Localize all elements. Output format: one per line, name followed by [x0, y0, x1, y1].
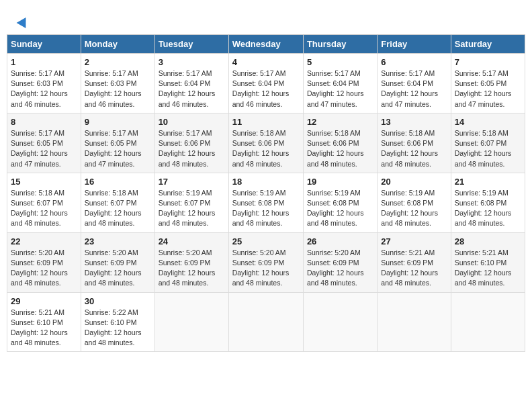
day-info: Sunrise: 5:19 AMSunset: 6:08 PMDaylight:… — [381, 188, 447, 229]
calendar-cell: 5Sunrise: 5:17 AMSunset: 6:04 PMDaylight… — [303, 54, 377, 113]
day-info: Sunrise: 5:22 AMSunset: 6:10 PMDaylight:… — [85, 308, 151, 349]
logo-triangle-icon — [17, 15, 31, 28]
day-info: Sunrise: 5:18 AMSunset: 6:07 PMDaylight:… — [85, 188, 151, 229]
day-info: Sunrise: 5:19 AMSunset: 6:07 PMDaylight:… — [159, 188, 225, 229]
day-info: Sunrise: 5:20 AMSunset: 6:09 PMDaylight:… — [159, 248, 225, 289]
page-header — [7, 7, 525, 31]
day-info: Sunrise: 5:19 AMSunset: 6:08 PMDaylight:… — [455, 188, 521, 229]
calendar-cell: 21Sunrise: 5:19 AMSunset: 6:08 PMDayligh… — [451, 173, 525, 232]
day-header-sunday: Sunday — [7, 35, 81, 54]
calendar-cell: 12Sunrise: 5:18 AMSunset: 6:06 PMDayligh… — [303, 113, 377, 173]
day-number: 8 — [11, 117, 77, 127]
day-number: 15 — [11, 177, 77, 187]
day-header-wednesday: Wednesday — [228, 35, 303, 54]
day-number: 13 — [381, 117, 447, 127]
day-info: Sunrise: 5:17 AMSunset: 6:05 PMDaylight:… — [85, 128, 151, 169]
day-info: Sunrise: 5:20 AMSunset: 6:09 PMDaylight:… — [232, 248, 300, 289]
calendar-cell — [451, 292, 525, 352]
day-info: Sunrise: 5:18 AMSunset: 6:06 PMDaylight:… — [232, 128, 300, 169]
day-number: 19 — [307, 177, 373, 187]
day-info: Sunrise: 5:18 AMSunset: 6:07 PMDaylight:… — [11, 188, 77, 229]
calendar-cell: 3Sunrise: 5:17 AMSunset: 6:04 PMDaylight… — [154, 54, 228, 113]
day-info: Sunrise: 5:18 AMSunset: 6:06 PMDaylight:… — [381, 128, 447, 169]
day-number: 28 — [455, 236, 521, 246]
calendar-cell: 20Sunrise: 5:19 AMSunset: 6:08 PMDayligh… — [378, 173, 451, 232]
day-number: 23 — [85, 236, 151, 246]
day-info: Sunrise: 5:20 AMSunset: 6:09 PMDaylight:… — [307, 248, 373, 289]
calendar-cell: 14Sunrise: 5:18 AMSunset: 6:07 PMDayligh… — [451, 113, 525, 173]
week-row-4: 22Sunrise: 5:20 AMSunset: 6:09 PMDayligh… — [7, 232, 525, 292]
day-number: 27 — [381, 236, 447, 246]
calendar-cell: 13Sunrise: 5:18 AMSunset: 6:06 PMDayligh… — [378, 113, 451, 173]
day-info: Sunrise: 5:19 AMSunset: 6:08 PMDaylight:… — [307, 188, 373, 229]
calendar-cell — [154, 292, 228, 352]
day-number: 10 — [159, 117, 225, 127]
calendar-cell: 24Sunrise: 5:20 AMSunset: 6:09 PMDayligh… — [154, 232, 228, 292]
calendar-cell: 16Sunrise: 5:18 AMSunset: 6:07 PMDayligh… — [81, 173, 154, 232]
day-number: 22 — [11, 236, 77, 246]
day-info: Sunrise: 5:17 AMSunset: 6:05 PMDaylight:… — [11, 128, 77, 169]
day-number: 14 — [455, 117, 521, 127]
calendar-cell: 19Sunrise: 5:19 AMSunset: 6:08 PMDayligh… — [303, 173, 377, 232]
calendar-cell: 6Sunrise: 5:17 AMSunset: 6:04 PMDaylight… — [378, 54, 451, 113]
day-number: 3 — [159, 57, 225, 67]
day-number: 7 — [455, 57, 521, 67]
day-number: 16 — [85, 177, 151, 187]
day-info: Sunrise: 5:17 AMSunset: 6:03 PMDaylight:… — [11, 68, 77, 109]
day-number: 12 — [307, 117, 373, 127]
calendar-cell — [303, 292, 377, 352]
day-info: Sunrise: 5:17 AMSunset: 6:05 PMDaylight:… — [455, 68, 521, 109]
day-number: 9 — [85, 117, 151, 127]
calendar-cell: 7Sunrise: 5:17 AMSunset: 6:05 PMDaylight… — [451, 54, 525, 113]
week-row-5: 29Sunrise: 5:21 AMSunset: 6:10 PMDayligh… — [7, 292, 525, 352]
day-header-monday: Monday — [81, 35, 154, 54]
week-row-1: 1Sunrise: 5:17 AMSunset: 6:03 PMDaylight… — [7, 54, 525, 113]
day-info: Sunrise: 5:21 AMSunset: 6:09 PMDaylight:… — [381, 248, 447, 289]
calendar-cell: 4Sunrise: 5:17 AMSunset: 6:04 PMDaylight… — [228, 54, 303, 113]
day-number: 21 — [455, 177, 521, 187]
day-number: 18 — [232, 177, 300, 187]
calendar-cell: 29Sunrise: 5:21 AMSunset: 6:10 PMDayligh… — [7, 292, 81, 352]
calendar-cell: 1Sunrise: 5:17 AMSunset: 6:03 PMDaylight… — [7, 54, 81, 113]
calendar-cell: 30Sunrise: 5:22 AMSunset: 6:10 PMDayligh… — [81, 292, 154, 352]
day-number: 2 — [85, 57, 151, 67]
logo-line1 — [17, 13, 29, 28]
calendar-cell: 25Sunrise: 5:20 AMSunset: 6:09 PMDayligh… — [228, 232, 303, 292]
day-header-tuesday: Tuesday — [154, 35, 228, 54]
logo — [17, 13, 29, 28]
calendar-cell — [378, 292, 451, 352]
day-info: Sunrise: 5:17 AMSunset: 6:04 PMDaylight:… — [307, 68, 373, 109]
day-number: 6 — [381, 57, 447, 67]
day-header-thursday: Thursday — [303, 35, 377, 54]
calendar-cell: 23Sunrise: 5:20 AMSunset: 6:09 PMDayligh… — [81, 232, 154, 292]
day-number: 4 — [232, 57, 300, 67]
day-info: Sunrise: 5:17 AMSunset: 6:06 PMDaylight:… — [159, 128, 225, 169]
day-info: Sunrise: 5:21 AMSunset: 6:10 PMDaylight:… — [11, 308, 77, 349]
day-info: Sunrise: 5:17 AMSunset: 6:03 PMDaylight:… — [85, 68, 151, 109]
calendar-cell: 10Sunrise: 5:17 AMSunset: 6:06 PMDayligh… — [154, 113, 228, 173]
day-info: Sunrise: 5:18 AMSunset: 6:06 PMDaylight:… — [307, 128, 373, 169]
day-number: 24 — [159, 236, 225, 246]
day-number: 20 — [381, 177, 447, 187]
day-number: 1 — [11, 57, 77, 67]
day-number: 25 — [232, 236, 300, 246]
day-number: 26 — [307, 236, 373, 246]
calendar-table: SundayMondayTuesdayWednesdayThursdayFrid… — [7, 34, 525, 352]
day-number: 11 — [232, 117, 300, 127]
calendar-cell: 2Sunrise: 5:17 AMSunset: 6:03 PMDaylight… — [81, 54, 154, 113]
day-info: Sunrise: 5:20 AMSunset: 6:09 PMDaylight:… — [11, 248, 77, 289]
calendar-cell: 22Sunrise: 5:20 AMSunset: 6:09 PMDayligh… — [7, 232, 81, 292]
calendar-cell: 17Sunrise: 5:19 AMSunset: 6:07 PMDayligh… — [154, 173, 228, 232]
calendar-header: SundayMondayTuesdayWednesdayThursdayFrid… — [7, 35, 525, 54]
calendar-cell: 11Sunrise: 5:18 AMSunset: 6:06 PMDayligh… — [228, 113, 303, 173]
day-info: Sunrise: 5:20 AMSunset: 6:09 PMDaylight:… — [85, 248, 151, 289]
calendar-cell: 8Sunrise: 5:17 AMSunset: 6:05 PMDaylight… — [7, 113, 81, 173]
day-info: Sunrise: 5:17 AMSunset: 6:04 PMDaylight:… — [159, 68, 225, 109]
calendar-cell: 18Sunrise: 5:19 AMSunset: 6:08 PMDayligh… — [228, 173, 303, 232]
day-header-friday: Friday — [378, 35, 451, 54]
day-number: 5 — [307, 57, 373, 67]
day-header-saturday: Saturday — [451, 35, 525, 54]
day-info: Sunrise: 5:19 AMSunset: 6:08 PMDaylight:… — [232, 188, 300, 229]
day-number: 29 — [11, 296, 77, 306]
day-number: 30 — [85, 296, 151, 306]
